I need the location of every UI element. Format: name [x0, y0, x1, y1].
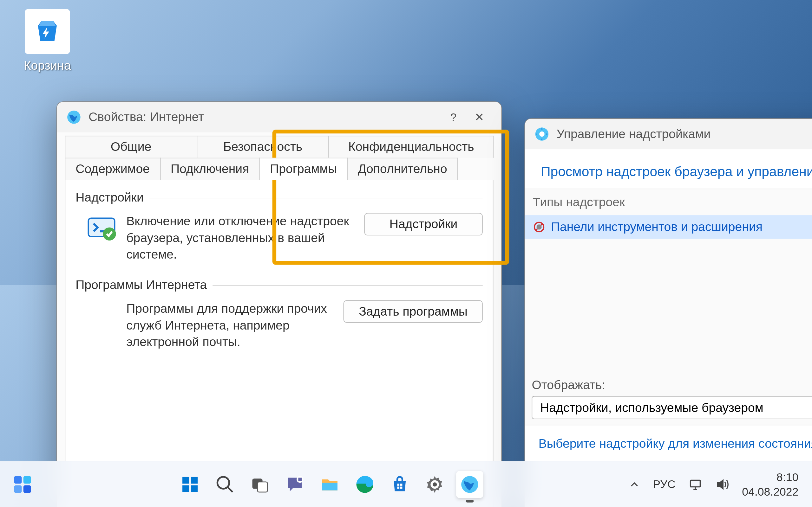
widgets-button[interactable]: [9, 470, 36, 498]
detail-hint: Выберите надстройку для изменения состоя…: [525, 425, 812, 462]
time-text: 8:10: [742, 469, 798, 484]
edge-button[interactable]: [351, 470, 378, 498]
volume-icon[interactable]: [715, 477, 729, 492]
svg-rect-14: [183, 485, 189, 492]
svg-rect-19: [257, 482, 267, 492]
tab-privacy[interactable]: Конфиденциальность: [328, 135, 494, 158]
internet-options-app[interactable]: [456, 470, 483, 498]
titlebar: Управление надстройками ✕: [525, 119, 812, 149]
types-label: Типы надстроек: [525, 189, 812, 215]
help-button[interactable]: ?: [440, 111, 466, 124]
tab-advanced[interactable]: Дополнительно: [347, 158, 458, 180]
language-indicator[interactable]: РУС: [653, 478, 675, 491]
dialog-title: Управление надстройками: [557, 127, 812, 141]
titlebar: Свойства: Интернет ? ✕: [57, 102, 502, 132]
svg-point-7: [537, 224, 542, 229]
network-icon[interactable]: [688, 477, 703, 492]
tab-connections[interactable]: Подключения: [160, 158, 260, 180]
svg-point-4: [539, 131, 545, 137]
programs-group-label: Программы Интернета: [75, 278, 207, 292]
show-label: Отображать:: [531, 378, 812, 393]
svg-rect-24: [400, 483, 403, 486]
chat-button[interactable]: [281, 470, 308, 498]
svg-rect-26: [400, 487, 403, 489]
globe-icon: [66, 109, 82, 125]
svg-rect-10: [14, 485, 21, 493]
svg-rect-23: [397, 483, 399, 486]
svg-rect-8: [14, 475, 21, 483]
programs-desc: Программы для поддержки прочих служб Инт…: [126, 300, 335, 350]
svg-rect-31: [690, 480, 700, 487]
addons-icon: [86, 213, 117, 245]
addons-desc: Включение или отключение надстроек брауз…: [126, 213, 355, 263]
task-view-button[interactable]: [247, 470, 273, 498]
svg-point-16: [217, 476, 229, 488]
addons-group-label: Надстройки: [75, 190, 144, 205]
addons-button[interactable]: Надстройки: [364, 213, 483, 235]
type-toolbars-extensions[interactable]: Панели инструментов и расширения: [525, 215, 812, 239]
dialog-title: Свойства: Интернет: [89, 110, 440, 124]
set-programs-button[interactable]: Задать программы: [344, 300, 483, 323]
recycle-bin-label: Корзина: [24, 59, 71, 72]
taskbar: РУС 8:10 04.08.2022: [0, 461, 812, 507]
svg-point-29: [433, 482, 437, 486]
settings-icon: [534, 126, 550, 142]
addon-types-pane: Типы надстроек Панели инструментов и рас…: [525, 189, 812, 425]
start-button[interactable]: [176, 470, 203, 498]
svg-rect-13: [191, 476, 198, 483]
svg-rect-15: [191, 485, 198, 492]
tab-panel: Надстройки Включение или отключение надс…: [65, 180, 493, 507]
svg-rect-11: [23, 485, 31, 493]
blocked-icon: [533, 221, 545, 233]
tab-content[interactable]: Содержимое: [65, 158, 160, 180]
date-text: 04.08.2022: [742, 484, 798, 499]
tab-programs[interactable]: Программы: [259, 158, 348, 180]
explorer-button[interactable]: [316, 470, 343, 498]
manage-addons-dialog: Управление надстройками ✕ Просмотр надст…: [524, 118, 812, 507]
svg-rect-21: [322, 483, 338, 490]
search-button[interactable]: [212, 470, 239, 498]
clock[interactable]: 8:10 04.08.2022: [742, 469, 798, 499]
internet-properties-dialog: Свойства: Интернет ? ✕ Общие Безопасност…: [56, 101, 502, 507]
recycle-bin[interactable]: Корзина: [14, 9, 81, 73]
svg-rect-25: [397, 487, 399, 489]
show-dropdown[interactable]: Надстройки, используемые браузером: [531, 396, 812, 419]
tab-general[interactable]: Общие: [65, 135, 197, 158]
svg-line-17: [227, 487, 233, 492]
svg-rect-9: [23, 475, 31, 483]
svg-rect-12: [183, 476, 189, 483]
settings-button[interactable]: [421, 470, 448, 498]
tab-security[interactable]: Безопасность: [197, 135, 329, 158]
type-item-label: Панели инструментов и расширения: [551, 220, 763, 234]
tray-chevron-icon[interactable]: [628, 478, 641, 490]
dialog-heading: Просмотр надстроек браузера и управление…: [525, 149, 812, 188]
recycle-bin-icon: [25, 9, 70, 54]
close-button[interactable]: ✕: [466, 110, 492, 124]
store-button[interactable]: [386, 470, 413, 498]
